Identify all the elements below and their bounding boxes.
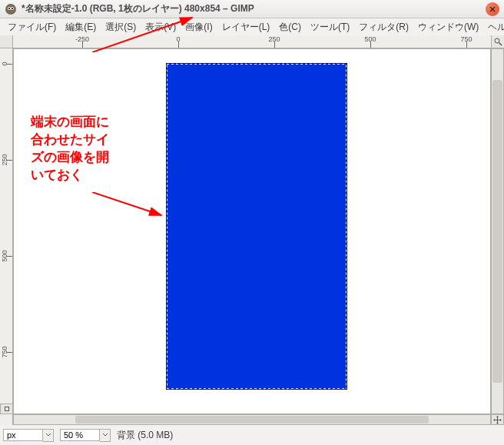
ruler-vertical[interactable]: 0 250 500 750: [0, 48, 13, 425]
zoom-dropdown[interactable]: [100, 429, 111, 442]
close-icon: [489, 6, 496, 12]
menu-image[interactable]: 画像(I): [181, 19, 217, 35]
menu-file[interactable]: ファイル(F): [3, 19, 61, 35]
quickmask-icon: [5, 407, 9, 411]
scrollbar-vertical[interactable]: [491, 48, 504, 414]
navigation-button[interactable]: [491, 414, 504, 425]
menu-help[interactable]: ヘル: [483, 19, 504, 35]
canvas-viewport[interactable]: [13, 48, 491, 414]
unit-selector[interactable]: [3, 429, 54, 442]
canvas-image[interactable]: [166, 63, 347, 390]
menu-tool[interactable]: ツール(T): [306, 19, 354, 35]
titlebar: *名称未設定-1.0 (RGB, 1枚のレイヤー) 480x854 – GIMP: [0, 0, 504, 18]
zoom-field[interactable]: [60, 429, 100, 441]
menu-filter[interactable]: フィルタ(R): [354, 19, 413, 35]
ruler-horizontal[interactable]: -250 0 250 500 750: [13, 35, 491, 48]
zoom-icon: [494, 38, 502, 46]
chevron-down-icon: [45, 433, 51, 437]
menu-edit[interactable]: 編集(E): [61, 19, 101, 35]
menubar: ファイル(F) 編集(E) 選択(S) 表示(V) 画像(I) レイヤー(L) …: [0, 18, 504, 35]
zoom-selector[interactable]: [60, 429, 111, 442]
move-icon: [493, 416, 502, 424]
window-title: *名称未設定-1.0 (RGB, 1枚のレイヤー) 480x854 – GIMP: [22, 2, 486, 15]
gimp-app-icon: [5, 3, 17, 15]
menu-layer[interactable]: レイヤー(L): [217, 19, 275, 35]
svg-point-0: [5, 4, 16, 15]
menu-select[interactable]: 選択(S): [101, 19, 141, 35]
unit-field[interactable]: [3, 429, 43, 441]
svg-line-6: [499, 42, 502, 45]
scrollbar-h-thumb[interactable]: [75, 416, 429, 423]
zoom-toggle-button[interactable]: [491, 35, 504, 48]
quickmask-toggle[interactable]: [0, 403, 13, 414]
scrollbar-horizontal[interactable]: [13, 414, 491, 425]
layer-info: 背景 (5.0 MB): [117, 429, 173, 442]
unit-dropdown[interactable]: [43, 429, 54, 442]
menu-color[interactable]: 色(C): [274, 19, 306, 35]
menu-view[interactable]: 表示(V): [141, 19, 181, 35]
menu-window[interactable]: ウィンドウ(W): [413, 19, 483, 35]
svg-point-4: [12, 8, 13, 9]
svg-point-3: [8, 8, 10, 9]
svg-point-5: [495, 38, 499, 43]
close-button[interactable]: [486, 2, 499, 16]
ruler-origin-corner[interactable]: [0, 35, 13, 48]
scrollbar-v-thumb[interactable]: [492, 80, 502, 383]
statusbar: 背景 (5.0 MB): [0, 425, 504, 445]
chevron-down-icon: [102, 433, 108, 437]
